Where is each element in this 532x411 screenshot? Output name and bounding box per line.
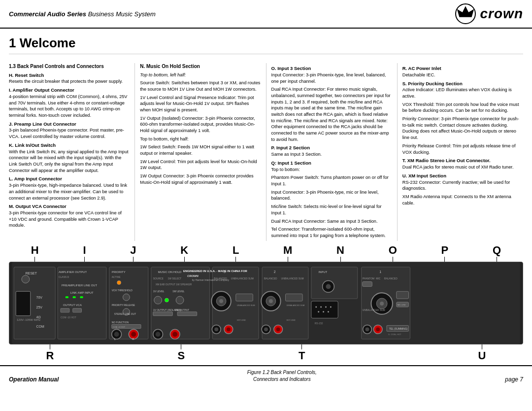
svg-text:ENGINEERED IN U.S.A. · MADE IN: ENGINEERED IN U.S.A. · MADE IN CHINA FOR — [183, 269, 247, 272]
col3-p-text: Same as Input 3 Section. — [271, 151, 392, 158]
svg-text:70V: 70V — [36, 296, 43, 299]
svg-text:STEREO LINE OUT: STEREO LINE OUT — [114, 312, 136, 315]
col4-s-label: S. Priority Ducking Section — [402, 81, 523, 87]
svg-rect-55 — [153, 311, 173, 315]
svg-rect-20 — [73, 296, 76, 298]
col1-m-label: M. Output VCA Connector — [9, 204, 130, 210]
svg-text:BALANCED: BALANCED — [384, 277, 398, 279]
svg-text:4Ω: 4Ω — [36, 315, 41, 318]
svg-text:25V: 25V — [36, 305, 43, 308]
svg-text:MIC: MIC — [376, 277, 380, 279]
col3-q-text4: Mic/line Switch: Selects mic-level or li… — [271, 204, 392, 216]
col1-section-header: 1.3 Back Panel Controls and Connectors — [9, 63, 130, 70]
svg-text:TEL (SUMMING): TEL (SUMMING) — [389, 328, 408, 330]
col2-text-0: Source Switch: Switches between Input 3 … — [140, 80, 261, 92]
crown-logo-icon — [455, 3, 476, 25]
svg-point-96 — [318, 311, 319, 312]
svg-point-72 — [214, 327, 218, 331]
col-divider-3 — [397, 63, 398, 241]
label-j-line — [133, 257, 133, 262]
svg-text:1W SELECT: 1W SELECT — [167, 277, 181, 279]
svg-rect-113 — [397, 291, 409, 299]
column-2: N. Music On Hold Section Top to bottom, … — [136, 63, 265, 241]
label-l: L — [233, 244, 239, 262]
svg-point-117 — [366, 327, 369, 331]
label-s: S — [177, 344, 185, 362]
col3-p-label: P. Input 2 Section — [271, 145, 392, 151]
svg-text:COM: COM — [36, 325, 44, 328]
col4-s-text4: Priority Release Control: Trim pot adjus… — [402, 143, 523, 155]
col2-text-5: 1W Level Control: Trim pot adjusts level… — [140, 159, 261, 171]
col1-j-label: J. Preamp Line Out Connector — [9, 121, 130, 128]
col1-i-text: 4-position terminal strip with COM (Comm… — [9, 94, 130, 119]
label-r-line — [50, 344, 50, 349]
page-title-section: 1 Welcome — [0, 29, 532, 63]
back-panel-image: RESET 120V~105W 60Hz 70V 25V 4Ω COM AMPL… — [9, 262, 523, 344]
svg-text:CROWN: CROWN — [187, 274, 199, 277]
logo-area: crown — [455, 3, 523, 25]
label-m: M — [283, 244, 292, 262]
label-q-line — [497, 257, 497, 262]
col1-h-text: Resets the circuit breaker that protects… — [9, 78, 130, 85]
svg-rect-23 — [61, 308, 69, 312]
svg-text:COM -10 HOT: COM -10 HOT — [113, 326, 126, 328]
svg-rect-21 — [80, 296, 83, 298]
footer-left: Operation Manual — [9, 376, 59, 383]
footer-caption-line1: Figure 1.2 Back Panel Controls, — [247, 370, 317, 375]
top-labels-row: H I J K L M N O P Q — [0, 241, 532, 262]
col4-u-text: RS-232 Connector: Currently inactive; wi… — [402, 179, 523, 192]
series-name: Commercial Audio Series — [9, 10, 86, 18]
svg-text:AMP INPUT: AMP INPUT — [78, 291, 94, 294]
svg-point-52 — [176, 296, 184, 304]
col-divider-2 — [266, 63, 266, 241]
svg-text:HOT-GND: HOT-GND — [287, 318, 296, 321]
col2-subtitle: Top to bottom, left half: — [140, 72, 261, 78]
label-p-line — [444, 257, 445, 262]
col4-r-label: R. AC Power Inlet — [402, 66, 523, 72]
col1-m-text: 3-pin Phoenix-type connector for one VCA… — [9, 210, 130, 229]
svg-text:RESET: RESET — [26, 271, 37, 274]
svg-point-86 — [264, 327, 268, 331]
col2-text-4: 1W Select Switch: Feeds 1W MOH signal ei… — [140, 144, 261, 156]
col2-text-3: Top to bottom, right half: — [140, 136, 261, 142]
svg-rect-7 — [16, 291, 31, 315]
col4-s-text3: Priority Connector: 3-pin Phoenix-type c… — [402, 116, 523, 141]
column-1: 1.3 Back Panel Controls and Connectors H… — [9, 63, 133, 241]
svg-rect-90 — [311, 301, 338, 318]
col1-l-text: 3-pin Phoenix-type, high-impedance balan… — [9, 182, 130, 201]
label-h: H — [31, 244, 39, 262]
label-o: O — [389, 244, 397, 262]
col3-q-label: Q: Input 1 Section — [271, 160, 392, 167]
svg-text:PREAMPLIFIER LINE OUT: PREAMPLIFIER LINE OUT — [62, 284, 98, 287]
label-n: N — [336, 244, 344, 262]
svg-text:AMPLIFIER OUTPUT: AMPLIFIER OUTPUT — [59, 270, 87, 273]
header-title: Commercial Audio Series Business Music S… — [9, 10, 156, 18]
svg-text:SOURCE: SOURCE — [153, 277, 164, 279]
col-divider-1 — [134, 63, 135, 241]
svg-text:G- COM+ HOT: G- COM+ HOT — [388, 333, 401, 336]
svg-point-74 — [227, 327, 231, 331]
col2-text-2: 1V Output (Isolated) Connector: 3-pin Ph… — [140, 115, 261, 134]
col4-r-text: Detachable IEC. — [402, 72, 523, 78]
svg-point-6 — [22, 275, 30, 283]
svg-text:PHANTOM: PHANTOM — [363, 277, 375, 279]
col4-s-text2: VOX Threshold: Trim pot controls how lou… — [402, 102, 523, 114]
svg-text:2: 2 — [274, 270, 276, 273]
svg-point-102 — [326, 284, 331, 289]
svg-text:MIC LINE: MIC LINE — [398, 304, 406, 306]
svg-text:UNBALANCED SUM: UNBALANCED SUM — [281, 277, 304, 279]
svg-text:HOT-GND: HOT-GND — [237, 318, 246, 321]
svg-point-97 — [323, 311, 324, 312]
label-u: U — [478, 344, 486, 362]
svg-text:1W OUTPUT: 1W OUTPUT — [175, 308, 189, 311]
page-footer: Operation Manual Figure 1.2 Back Panel C… — [0, 365, 532, 386]
col4-u-text2: XM Radio Antenna Input: Connects to the … — [402, 194, 523, 206]
svg-rect-69 — [236, 294, 253, 301]
svg-text:UNBALANCED SUM: UNBALANCED SUM — [363, 308, 385, 311]
svg-text:NO FUNCTION: NO FUNCTION — [112, 321, 129, 323]
svg-text:1: 1 — [379, 270, 381, 273]
col4-t-text: Dual RCA jacks for stereo music out of X… — [402, 164, 523, 171]
col3-q-text: Top to bottom: — [271, 167, 392, 173]
svg-text:MUSIC ON HOLD: MUSIC ON HOLD — [158, 270, 182, 273]
panel-svg: RESET 120V~105W 60Hz 70V 25V 4Ω COM AMPL… — [9, 262, 523, 344]
